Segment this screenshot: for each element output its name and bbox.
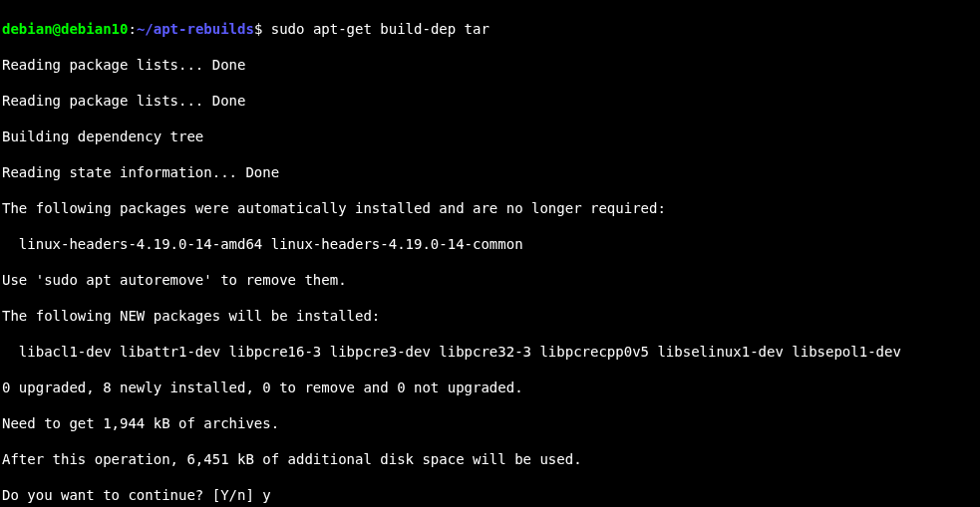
output-line: The following NEW packages will be insta…	[2, 307, 978, 325]
prompt-line: debian@debian10:~/apt-rebuilds$ sudo apt…	[2, 20, 978, 38]
output-line: Reading package lists... Done	[2, 56, 978, 74]
prompt-sep: :	[128, 21, 136, 37]
output-line: Use 'sudo apt autoremove' to remove them…	[2, 271, 978, 289]
output-line: Reading state information... Done	[2, 163, 978, 181]
output-line: libacl1-dev libattr1-dev libpcre16-3 lib…	[2, 343, 978, 361]
output-line: 0 upgraded, 8 newly installed, 0 to remo…	[2, 379, 978, 396]
prompt-dollar: $	[254, 21, 271, 37]
entered-command: sudo apt-get build-dep tar	[271, 21, 490, 37]
output-line: Do you want to continue? [Y/n] y	[2, 486, 978, 504]
prompt-path: ~/apt-rebuilds	[137, 21, 254, 37]
output-line: linux-headers-4.19.0-14-amd64 linux-head…	[2, 235, 978, 253]
output-line: Reading package lists... Done	[2, 92, 978, 110]
terminal-output[interactable]: debian@debian10:~/apt-rebuilds$ sudo apt…	[0, 0, 980, 507]
output-line: Building dependency tree	[2, 127, 978, 145]
output-line: Need to get 1,944 kB of archives.	[2, 414, 978, 432]
output-line: The following packages were automaticall…	[2, 199, 978, 217]
prompt-userhost: debian@debian10	[2, 21, 128, 37]
output-line: After this operation, 6,451 kB of additi…	[2, 450, 978, 468]
